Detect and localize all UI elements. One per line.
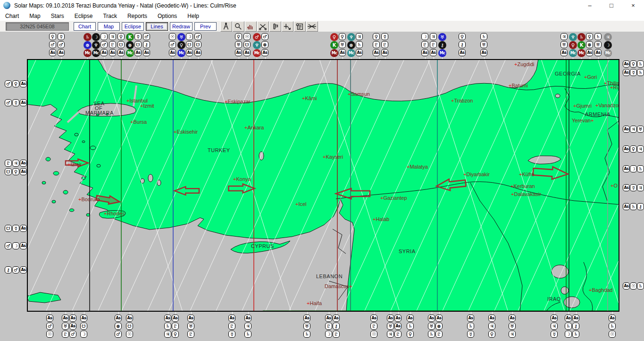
planet-badge: ♂ <box>169 41 176 48</box>
planet-badge: ☉ <box>630 282 637 290</box>
planet-badge: As <box>480 49 487 56</box>
planet-badge: ♇ <box>373 41 380 48</box>
map-canvas[interactable]: +Istanbul+Izmit+Bursa+Eskisehir+Eskipaza… <box>27 59 619 312</box>
city-label: +Kâmi <box>302 95 317 101</box>
region-label: TURKEY <box>208 147 230 153</box>
planet-badge-colored: K <box>126 33 134 41</box>
planet-badge: ♀ <box>630 60 637 68</box>
planet-badge: As <box>115 315 122 322</box>
city-label: +Malatya <box>407 164 428 170</box>
menu-eclipse[interactable]: Eclipse <box>69 13 98 19</box>
planet-badge: ⊗ <box>115 323 122 330</box>
compass-measure-icon[interactable] <box>220 21 232 32</box>
planet-badge-colored: Mc <box>577 49 585 57</box>
planet-badge: ♃ <box>488 323 495 330</box>
planet-badge: As <box>46 315 53 322</box>
badge-leader-line <box>247 57 248 59</box>
planet-badge: ♇ <box>172 323 179 330</box>
maximize-button[interactable]: □ <box>601 0 622 11</box>
planet-badge-colored: ♆ <box>347 33 355 41</box>
planet-badge: ♇ <box>421 41 428 48</box>
city-label: +Konya <box>233 176 251 182</box>
planet-badge: ♄ <box>164 323 171 330</box>
menu-map[interactable]: Map <box>24 13 45 19</box>
planet-badge: ⚷ <box>572 323 579 330</box>
redraw-button[interactable]: Redraw <box>170 22 192 31</box>
region-label: CYPRUS <box>251 243 274 249</box>
planet-badge: ♇ <box>430 41 437 48</box>
planet-badge: As <box>586 49 593 56</box>
planet-badge: As <box>186 49 193 56</box>
menu-reports[interactable]: Reports <box>122 13 152 19</box>
city-label: +Batumi <box>509 83 528 88</box>
planet-badge: As <box>623 203 630 210</box>
badge-leader-line <box>376 57 377 59</box>
scissors-icon[interactable] <box>257 21 269 32</box>
planet-badge: As <box>565 315 572 322</box>
planet-badge: ☿ <box>630 184 637 191</box>
planet-badge: ☋ <box>194 41 201 48</box>
region-label: IRAQ <box>547 296 561 302</box>
planet-badge: ♅ <box>637 126 644 133</box>
close-button[interactable]: × <box>622 0 644 11</box>
planet-badge: ♂ <box>5 242 12 249</box>
planet-badge: As <box>244 315 251 322</box>
planet-badge-colored: ⚷ <box>438 41 446 49</box>
title-bar: Solar Maps: 09.10.2018 Terazi Burcunda Y… <box>0 0 644 11</box>
planet-badge: As <box>394 323 401 330</box>
planet-badge: ♂ <box>5 80 12 87</box>
info-report-icon[interactable] <box>294 21 306 32</box>
planet-badge: ☿ <box>228 331 235 338</box>
planet-badge: ♃ <box>387 331 394 338</box>
planet-badge: ☿ <box>58 33 65 40</box>
chart-button[interactable]: Chart <box>74 22 96 31</box>
planet-badge: ♄ <box>467 323 474 330</box>
clip-flag-icon[interactable] <box>269 21 281 32</box>
planet-badge: As <box>134 49 142 56</box>
planet-badge: As <box>20 225 27 232</box>
planet-badge: As <box>356 49 363 56</box>
planet-badge: ☉ <box>370 331 377 338</box>
map-button[interactable]: Map <box>98 22 120 31</box>
menu-options[interactable]: Options <box>152 13 182 19</box>
menu-stars[interactable]: Stars <box>46 13 69 19</box>
region-label: ARMENIA <box>585 111 611 117</box>
planet-badge: As <box>373 49 380 56</box>
planet-badge: ♄ <box>630 203 637 210</box>
badge-leader-line <box>484 57 485 59</box>
pan-hand-icon[interactable] <box>245 21 257 32</box>
city-label: +Izmir <box>67 162 82 167</box>
planet-badge-colored: ♀ <box>569 41 577 49</box>
locate-point-icon[interactable] <box>282 21 293 32</box>
prev-button[interactable]: Prev <box>194 22 217 31</box>
cross-lines-icon[interactable] <box>306 21 318 32</box>
eclipse-button[interactable]: Eclipse <box>122 22 144 31</box>
menu-help[interactable]: Help <box>182 13 204 19</box>
planet-badge: ♇ <box>370 323 377 330</box>
minimize-button[interactable]: – <box>579 0 601 11</box>
planet-badge: ♇ <box>325 323 332 330</box>
planet-badge: As <box>623 145 630 153</box>
city-label: +Gaziantep <box>380 195 407 201</box>
planet-badge: ♇ <box>381 41 388 48</box>
city-label: +Eskipazar <box>225 99 251 104</box>
badge-leader-line <box>173 57 173 59</box>
planet-badge-colored: ♄ <box>577 33 585 41</box>
planet-badge: ☽ <box>565 331 572 338</box>
planet-badge: ♇ <box>228 323 235 330</box>
planet-badge-colored: Mc <box>604 49 612 57</box>
lines-button[interactable]: Lines <box>146 22 168 31</box>
planet-badge: As <box>20 242 27 249</box>
zoom-magnifier-icon[interactable] <box>233 21 244 32</box>
planet-badge: ♅ <box>560 41 568 48</box>
planet-badge: ⚷ <box>333 323 340 330</box>
menu-track[interactable]: Track <box>98 13 122 19</box>
planet-badge: As <box>243 49 251 56</box>
city-label: +Baghdad <box>589 287 612 293</box>
planet-badge: As <box>509 315 516 322</box>
menu-chart[interactable]: Chart <box>0 13 24 19</box>
badge-leader-line <box>87 57 88 59</box>
planet-badge: ♂ <box>100 41 108 48</box>
city-label: +Samsun <box>348 91 370 97</box>
planet-badge: ♇ <box>333 331 340 338</box>
